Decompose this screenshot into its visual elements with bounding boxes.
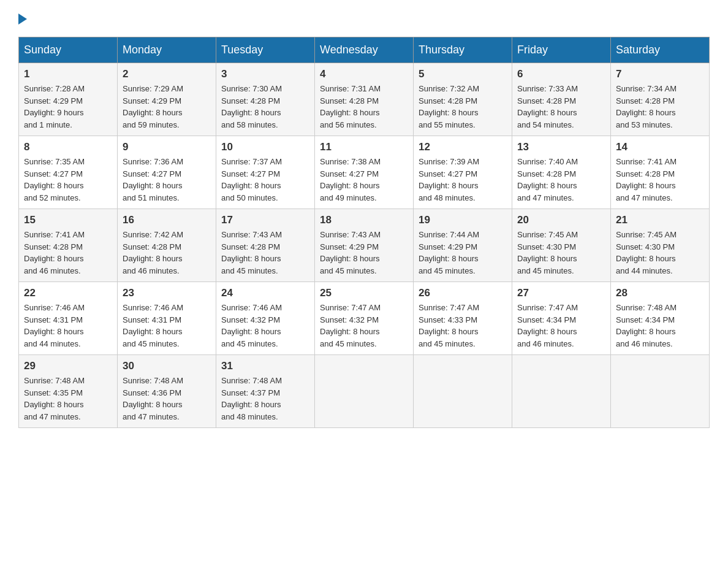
calendar-cell: 23 Sunrise: 7:46 AMSunset: 4:31 PMDaylig… — [118, 282, 216, 355]
header-row: Sunday Monday Tuesday Wednesday Thursday… — [19, 37, 710, 63]
day-info: Sunrise: 7:39 AMSunset: 4:27 PMDaylight:… — [419, 157, 479, 202]
calendar-cell: 19 Sunrise: 7:44 AMSunset: 4:29 PMDaylig… — [414, 209, 512, 282]
day-number: 16 — [123, 214, 211, 226]
header-saturday: Saturday — [611, 37, 710, 63]
calendar-table: Sunday Monday Tuesday Wednesday Thursday… — [18, 37, 710, 428]
day-info: Sunrise: 7:41 AMSunset: 4:28 PMDaylight:… — [24, 230, 85, 275]
calendar-cell: 24 Sunrise: 7:46 AMSunset: 4:32 PMDaylig… — [216, 282, 315, 355]
day-info: Sunrise: 7:45 AMSunset: 4:30 PMDaylight:… — [517, 230, 578, 275]
calendar-cell: 18 Sunrise: 7:43 AMSunset: 4:29 PMDaylig… — [315, 209, 414, 282]
day-info: Sunrise: 7:48 AMSunset: 4:36 PMDaylight:… — [123, 376, 183, 421]
calendar-cell: 11 Sunrise: 7:38 AMSunset: 4:27 PMDaylig… — [315, 136, 414, 209]
header-monday: Monday — [118, 37, 216, 63]
day-number: 5 — [419, 68, 507, 80]
header-sunday: Sunday — [19, 37, 118, 63]
day-info: Sunrise: 7:46 AMSunset: 4:31 PMDaylight:… — [24, 303, 85, 348]
calendar-cell: 20 Sunrise: 7:45 AMSunset: 4:30 PMDaylig… — [512, 209, 611, 282]
day-number: 2 — [123, 68, 211, 80]
calendar-cell: 7 Sunrise: 7:34 AMSunset: 4:28 PMDayligh… — [611, 63, 710, 136]
day-number: 6 — [517, 68, 605, 80]
page-header — [18, 12, 710, 25]
day-number: 18 — [320, 214, 408, 226]
day-info: Sunrise: 7:42 AMSunset: 4:28 PMDaylight:… — [123, 230, 183, 275]
calendar-cell: 27 Sunrise: 7:47 AMSunset: 4:34 PMDaylig… — [512, 282, 611, 355]
calendar-cell: 15 Sunrise: 7:41 AMSunset: 4:28 PMDaylig… — [19, 209, 118, 282]
day-number: 28 — [616, 287, 704, 299]
calendar-week-4: 22 Sunrise: 7:46 AMSunset: 4:31 PMDaylig… — [19, 282, 710, 355]
day-info: Sunrise: 7:43 AMSunset: 4:28 PMDaylight:… — [221, 230, 282, 275]
calendar-cell — [512, 355, 611, 428]
day-info: Sunrise: 7:47 AMSunset: 4:32 PMDaylight:… — [320, 303, 381, 348]
calendar-cell: 10 Sunrise: 7:37 AMSunset: 4:27 PMDaylig… — [216, 136, 315, 209]
calendar-cell — [414, 355, 512, 428]
day-info: Sunrise: 7:41 AMSunset: 4:28 PMDaylight:… — [616, 157, 677, 202]
day-number: 7 — [616, 68, 704, 80]
day-info: Sunrise: 7:37 AMSunset: 4:27 PMDaylight:… — [221, 157, 282, 202]
day-number: 9 — [123, 141, 211, 153]
day-info: Sunrise: 7:48 AMSunset: 4:35 PMDaylight:… — [24, 376, 85, 421]
day-number: 19 — [419, 214, 507, 226]
logo-arrow-icon — [18, 13, 27, 25]
day-info: Sunrise: 7:47 AMSunset: 4:33 PMDaylight:… — [419, 303, 479, 348]
day-info: Sunrise: 7:47 AMSunset: 4:34 PMDaylight:… — [517, 303, 578, 348]
calendar-cell: 25 Sunrise: 7:47 AMSunset: 4:32 PMDaylig… — [315, 282, 414, 355]
calendar-cell: 8 Sunrise: 7:35 AMSunset: 4:27 PMDayligh… — [19, 136, 118, 209]
calendar-cell: 12 Sunrise: 7:39 AMSunset: 4:27 PMDaylig… — [414, 136, 512, 209]
header-thursday: Thursday — [414, 37, 512, 63]
calendar-week-3: 15 Sunrise: 7:41 AMSunset: 4:28 PMDaylig… — [19, 209, 710, 282]
calendar-cell: 30 Sunrise: 7:48 AMSunset: 4:36 PMDaylig… — [118, 355, 216, 428]
day-number: 8 — [24, 141, 112, 153]
day-info: Sunrise: 7:46 AMSunset: 4:31 PMDaylight:… — [123, 303, 183, 348]
day-number: 22 — [24, 287, 112, 299]
logo — [18, 12, 28, 25]
calendar-cell — [315, 355, 414, 428]
day-number: 29 — [24, 360, 112, 372]
header-wednesday: Wednesday — [315, 37, 414, 63]
calendar-cell: 16 Sunrise: 7:42 AMSunset: 4:28 PMDaylig… — [118, 209, 216, 282]
day-number: 15 — [24, 214, 112, 226]
day-number: 25 — [320, 287, 408, 299]
calendar-cell: 21 Sunrise: 7:45 AMSunset: 4:30 PMDaylig… — [611, 209, 710, 282]
calendar-cell: 22 Sunrise: 7:46 AMSunset: 4:31 PMDaylig… — [19, 282, 118, 355]
calendar-cell: 1 Sunrise: 7:28 AMSunset: 4:29 PMDayligh… — [19, 63, 118, 136]
day-number: 30 — [123, 360, 211, 372]
day-info: Sunrise: 7:45 AMSunset: 4:30 PMDaylight:… — [616, 230, 677, 275]
day-number: 24 — [221, 287, 309, 299]
calendar-cell: 6 Sunrise: 7:33 AMSunset: 4:28 PMDayligh… — [512, 63, 611, 136]
calendar-cell: 9 Sunrise: 7:36 AMSunset: 4:27 PMDayligh… — [118, 136, 216, 209]
day-info: Sunrise: 7:44 AMSunset: 4:29 PMDaylight:… — [419, 230, 479, 275]
header-tuesday: Tuesday — [216, 37, 315, 63]
calendar-cell: 4 Sunrise: 7:31 AMSunset: 4:28 PMDayligh… — [315, 63, 414, 136]
calendar-cell: 3 Sunrise: 7:30 AMSunset: 4:28 PMDayligh… — [216, 63, 315, 136]
day-info: Sunrise: 7:33 AMSunset: 4:28 PMDaylight:… — [517, 84, 578, 129]
calendar-cell: 31 Sunrise: 7:48 AMSunset: 4:37 PMDaylig… — [216, 355, 315, 428]
day-info: Sunrise: 7:31 AMSunset: 4:28 PMDaylight:… — [320, 84, 381, 129]
calendar-week-1: 1 Sunrise: 7:28 AMSunset: 4:29 PMDayligh… — [19, 63, 710, 136]
calendar-cell: 26 Sunrise: 7:47 AMSunset: 4:33 PMDaylig… — [414, 282, 512, 355]
day-info: Sunrise: 7:36 AMSunset: 4:27 PMDaylight:… — [123, 157, 183, 202]
day-info: Sunrise: 7:38 AMSunset: 4:27 PMDaylight:… — [320, 157, 381, 202]
calendar-week-2: 8 Sunrise: 7:35 AMSunset: 4:27 PMDayligh… — [19, 136, 710, 209]
day-number: 20 — [517, 214, 605, 226]
logo-blue-part — [18, 12, 28, 25]
calendar-cell: 2 Sunrise: 7:29 AMSunset: 4:29 PMDayligh… — [118, 63, 216, 136]
day-info: Sunrise: 7:30 AMSunset: 4:28 PMDaylight:… — [221, 84, 282, 129]
day-number: 4 — [320, 68, 408, 80]
calendar-week-5: 29 Sunrise: 7:48 AMSunset: 4:35 PMDaylig… — [19, 355, 710, 428]
day-info: Sunrise: 7:35 AMSunset: 4:27 PMDaylight:… — [24, 157, 85, 202]
calendar-cell: 29 Sunrise: 7:48 AMSunset: 4:35 PMDaylig… — [19, 355, 118, 428]
day-number: 11 — [320, 141, 408, 153]
calendar-cell: 5 Sunrise: 7:32 AMSunset: 4:28 PMDayligh… — [414, 63, 512, 136]
day-number: 27 — [517, 287, 605, 299]
day-number: 26 — [419, 287, 507, 299]
day-number: 31 — [221, 360, 309, 372]
day-number: 10 — [221, 141, 309, 153]
day-number: 21 — [616, 214, 704, 226]
day-number: 14 — [616, 141, 704, 153]
day-number: 23 — [123, 287, 211, 299]
header-friday: Friday — [512, 37, 611, 63]
day-info: Sunrise: 7:29 AMSunset: 4:29 PMDaylight:… — [123, 84, 183, 129]
day-number: 1 — [24, 68, 112, 80]
calendar-cell: 17 Sunrise: 7:43 AMSunset: 4:28 PMDaylig… — [216, 209, 315, 282]
day-info: Sunrise: 7:28 AMSunset: 4:29 PMDaylight:… — [24, 84, 85, 129]
